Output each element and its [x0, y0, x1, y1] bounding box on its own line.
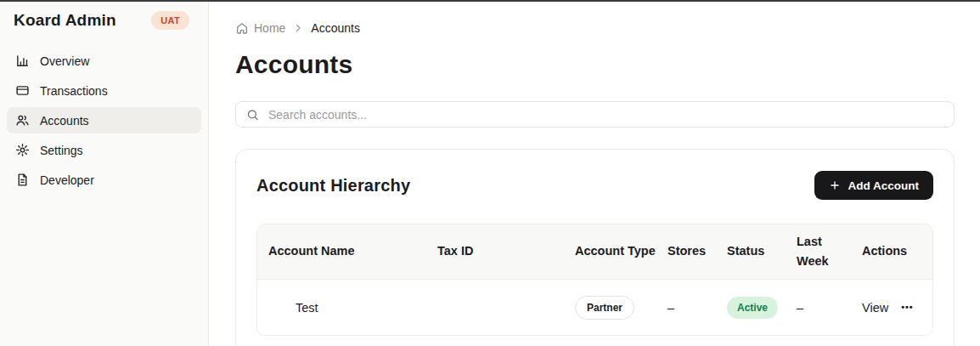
- sidebar-item-label: Accounts: [40, 114, 89, 128]
- column-header-account-name: Account Name: [257, 241, 426, 261]
- sidebar-item-label: Transactions: [40, 84, 108, 98]
- plus-icon: [829, 179, 841, 191]
- panel-title: Account Hierarchy: [256, 176, 410, 196]
- credit-card-icon: [15, 83, 30, 98]
- app-title: Koard Admin: [14, 11, 116, 30]
- sidebar-item-label: Settings: [40, 144, 83, 157]
- cell-account-name: Test: [257, 301, 426, 315]
- users-icon: [15, 113, 30, 128]
- account-type-badge: Partner: [575, 296, 634, 320]
- status-badge: Active: [727, 297, 778, 319]
- document-icon: [15, 173, 30, 187]
- page-title: Accounts: [235, 50, 955, 79]
- search-bar: [235, 101, 955, 128]
- cell-status: Active: [716, 297, 786, 319]
- table-header-row: Account Name Tax ID Account Type Stores …: [257, 224, 932, 279]
- view-link[interactable]: View: [862, 301, 888, 315]
- sidebar-item-overview[interactable]: Overview: [7, 48, 201, 74]
- sidebar-item-label: Developer: [40, 173, 94, 187]
- column-header-account-type: Account Type: [564, 241, 656, 261]
- column-header-stores: Stores: [656, 241, 716, 261]
- sidebar-item-label: Overview: [40, 54, 89, 68]
- more-icon: •••: [901, 302, 914, 312]
- cell-actions: View •••: [851, 299, 932, 315]
- add-account-button[interactable]: Add Account: [814, 171, 934, 200]
- table-row: Test Partner – Active – View •••: [257, 279, 932, 335]
- environment-badge: UAT: [151, 11, 189, 30]
- sidebar-item-settings[interactable]: Settings: [7, 137, 201, 163]
- sidebar-item-accounts[interactable]: Accounts: [7, 107, 201, 133]
- sidebar-item-developer[interactable]: Developer: [7, 167, 201, 193]
- search-input[interactable]: [235, 101, 955, 128]
- column-header-status: Status: [716, 241, 786, 261]
- brand: Koard Admin UAT: [7, 11, 201, 30]
- account-hierarchy-panel: Account Hierarchy Add Account Account Na…: [235, 149, 955, 346]
- cell-account-type: Partner: [564, 296, 656, 320]
- gear-icon: [15, 143, 30, 157]
- sidebar: Koard Admin UAT Overview Transactions: [0, 2, 209, 346]
- cell-stores: –: [656, 301, 716, 315]
- main-content: Home Accounts Accounts Account Hierarchy: [209, 2, 980, 346]
- bar-chart-icon: [15, 54, 30, 68]
- search-icon: [246, 108, 259, 121]
- cell-last-week: –: [786, 301, 851, 315]
- breadcrumb-current: Accounts: [311, 21, 360, 35]
- add-account-button-label: Add Account: [848, 179, 920, 192]
- breadcrumb-home-label: Home: [254, 21, 285, 35]
- more-actions-button[interactable]: •••: [901, 299, 914, 315]
- app-window: Koard Admin UAT Overview Transactions: [0, 2, 980, 346]
- accounts-table: Account Name Tax ID Account Type Stores …: [256, 224, 933, 336]
- panel-header: Account Hierarchy Add Account: [256, 171, 933, 200]
- chevron-right-icon: [293, 23, 303, 33]
- breadcrumb: Home Accounts: [235, 21, 955, 35]
- column-header-last-week: Last Week: [786, 232, 851, 271]
- column-header-actions: Actions: [851, 241, 932, 261]
- column-header-tax-id: Tax ID: [426, 241, 564, 261]
- home-icon: [235, 21, 249, 35]
- breadcrumb-home-link[interactable]: Home: [235, 21, 285, 35]
- sidebar-item-transactions[interactable]: Transactions: [7, 77, 201, 104]
